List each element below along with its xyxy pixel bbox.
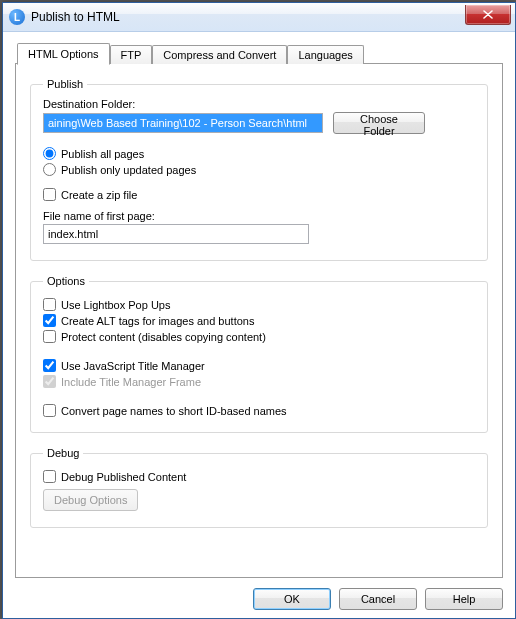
choose-folder-button[interactable]: Choose Folder	[333, 112, 425, 134]
radio-publish-updated[interactable]: Publish only updated pages	[43, 163, 475, 176]
checkbox-lightbox[interactable]: Use Lightbox Pop Ups	[43, 298, 475, 311]
debug-options-button: Debug Options	[43, 489, 138, 511]
radio-publish-all-label: Publish all pages	[61, 148, 144, 160]
tab-panel-html-options: Publish Destination Folder: Choose Folde…	[15, 63, 503, 578]
radio-publish-all-input[interactable]	[43, 147, 56, 160]
checkbox-protect[interactable]: Protect content (disables copying conten…	[43, 330, 475, 343]
first-page-label: File name of first page:	[43, 210, 475, 222]
window-title: Publish to HTML	[31, 10, 465, 24]
destination-folder-input[interactable]	[43, 113, 323, 133]
group-debug-legend: Debug	[43, 447, 83, 459]
checkbox-alt-tags-input[interactable]	[43, 314, 56, 327]
checkbox-include-title-frame-label: Include Title Manager Frame	[61, 376, 201, 388]
checkbox-js-title-manager-input[interactable]	[43, 359, 56, 372]
checkbox-protect-label: Protect content (disables copying conten…	[61, 331, 266, 343]
group-publish-legend: Publish	[43, 78, 87, 90]
tab-html-options[interactable]: HTML Options	[17, 43, 110, 65]
client-area: HTML Options FTP Compress and Convert La…	[3, 32, 515, 618]
tab-strip: HTML Options FTP Compress and Convert La…	[15, 42, 503, 64]
first-page-input[interactable]	[43, 224, 309, 244]
checkbox-debug-published-label: Debug Published Content	[61, 471, 186, 483]
app-icon: L	[9, 9, 25, 25]
radio-publish-all[interactable]: Publish all pages	[43, 147, 475, 160]
checkbox-convert-names-input[interactable]	[43, 404, 56, 417]
checkbox-lightbox-label: Use Lightbox Pop Ups	[61, 299, 170, 311]
checkbox-create-zip[interactable]: Create a zip file	[43, 188, 475, 201]
checkbox-alt-tags[interactable]: Create ALT tags for images and buttons	[43, 314, 475, 327]
tab-ftp[interactable]: FTP	[110, 45, 153, 64]
group-debug: Debug Debug Published Content Debug Opti…	[30, 447, 488, 528]
checkbox-create-zip-label: Create a zip file	[61, 189, 137, 201]
checkbox-debug-published-input[interactable]	[43, 470, 56, 483]
group-options: Options Use Lightbox Pop Ups Create ALT …	[30, 275, 488, 433]
close-button[interactable]	[465, 5, 511, 25]
dialog-footer: OK Cancel Help	[15, 578, 503, 610]
destination-folder-label: Destination Folder:	[43, 98, 475, 110]
dialog-window: L Publish to HTML HTML Options FTP Compr…	[2, 2, 516, 619]
help-button[interactable]: Help	[425, 588, 503, 610]
radio-publish-updated-label: Publish only updated pages	[61, 164, 196, 176]
group-options-legend: Options	[43, 275, 89, 287]
checkbox-convert-names-label: Convert page names to short ID-based nam…	[61, 405, 287, 417]
checkbox-js-title-manager[interactable]: Use JavaScript Title Manager	[43, 359, 475, 372]
close-icon	[483, 10, 493, 19]
checkbox-include-title-frame-input	[43, 375, 56, 388]
checkbox-include-title-frame: Include Title Manager Frame	[43, 375, 475, 388]
checkbox-alt-tags-label: Create ALT tags for images and buttons	[61, 315, 254, 327]
titlebar: L Publish to HTML	[3, 3, 515, 32]
radio-publish-updated-input[interactable]	[43, 163, 56, 176]
checkbox-debug-published[interactable]: Debug Published Content	[43, 470, 475, 483]
tab-compress-convert[interactable]: Compress and Convert	[152, 45, 287, 64]
checkbox-protect-input[interactable]	[43, 330, 56, 343]
checkbox-lightbox-input[interactable]	[43, 298, 56, 311]
checkbox-js-title-manager-label: Use JavaScript Title Manager	[61, 360, 205, 372]
tab-languages[interactable]: Languages	[287, 45, 363, 64]
checkbox-create-zip-input[interactable]	[43, 188, 56, 201]
ok-button[interactable]: OK	[253, 588, 331, 610]
group-publish: Publish Destination Folder: Choose Folde…	[30, 78, 488, 261]
cancel-button[interactable]: Cancel	[339, 588, 417, 610]
checkbox-convert-names[interactable]: Convert page names to short ID-based nam…	[43, 404, 475, 417]
